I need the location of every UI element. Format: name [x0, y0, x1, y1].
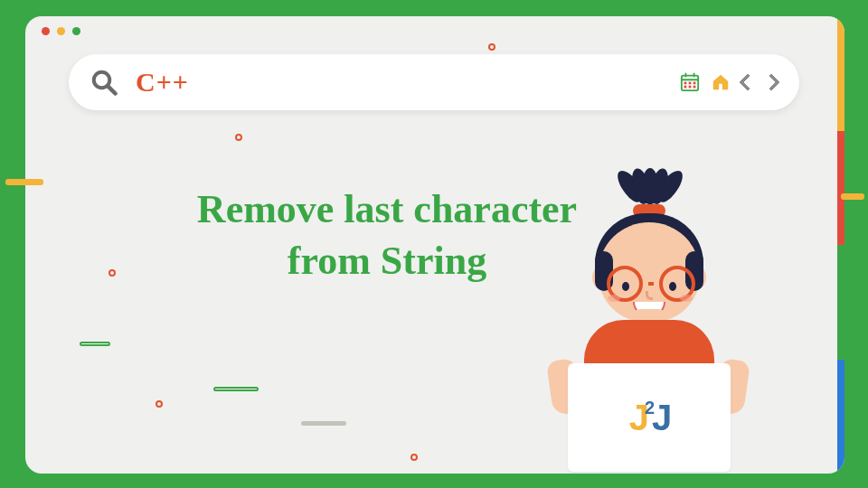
maximize-icon[interactable] [72, 27, 80, 35]
svg-line-1 [108, 86, 115, 93]
logo-letter: J [652, 398, 669, 437]
decoration-dash [301, 421, 346, 426]
home-icon[interactable] [711, 72, 731, 92]
toolbar-icons [680, 72, 778, 92]
svg-rect-8 [689, 86, 692, 89]
eye [622, 282, 629, 291]
logo-superscript: 2 [645, 398, 652, 418]
decoration-circle [488, 43, 495, 51]
decoration-dash [213, 387, 259, 391]
svg-rect-4 [684, 82, 687, 85]
calendar-icon[interactable] [680, 72, 700, 92]
illustration-person: J2J [532, 168, 767, 474]
decoration-circle [156, 400, 163, 408]
svg-rect-6 [693, 82, 696, 85]
svg-rect-5 [689, 82, 692, 85]
svg-rect-7 [684, 86, 687, 89]
decoration-circle [235, 134, 242, 141]
brand-logo: J2J [629, 398, 670, 438]
decoration-dash [841, 193, 864, 200]
search-input[interactable]: C++ [136, 67, 680, 98]
decoration-circle [410, 454, 418, 461]
window-controls [42, 27, 80, 35]
blush [680, 295, 693, 302]
search-bar[interactable]: C++ [69, 54, 799, 110]
decoration-dash [80, 342, 110, 346]
minimize-icon[interactable] [57, 27, 65, 35]
chevron-left-icon[interactable] [739, 73, 757, 91]
search-icon [90, 69, 118, 96]
color-rail [837, 16, 844, 474]
nose [646, 291, 653, 300]
eye [669, 282, 676, 291]
decoration-circle [108, 269, 116, 277]
close-icon[interactable] [42, 27, 50, 35]
laptop: J2J [568, 363, 731, 472]
svg-rect-9 [693, 86, 696, 89]
decoration-dash [5, 179, 43, 185]
browser-window: C++ Remove last character from String [25, 16, 844, 474]
chevron-right-icon[interactable] [762, 73, 780, 91]
blush [608, 295, 620, 302]
